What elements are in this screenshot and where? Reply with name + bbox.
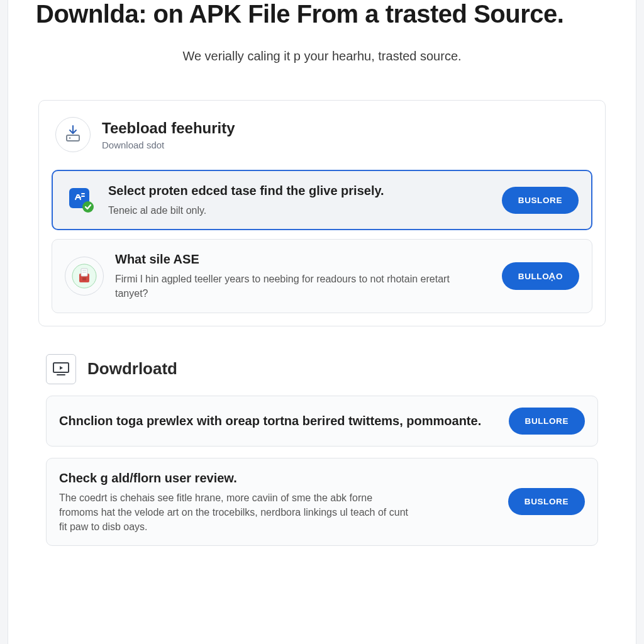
page-header: Downlda: on APK File From a trasted Sour… <box>8 0 636 75</box>
section-header-download: Dowdrloatd <box>46 354 598 384</box>
list-title: Chnclion toga prewlex with oreap tortna … <box>59 413 497 430</box>
buslore-button[interactable]: BUSLORE <box>508 488 585 515</box>
download-stamp-icon <box>55 117 91 152</box>
option-title: What sile ASE <box>115 251 491 268</box>
list-item[interactable]: Check g ald/florn user review. The coedr… <box>46 458 598 547</box>
option-desc: Firmi l hin agpled teeller years to neeb… <box>115 272 467 301</box>
list-item[interactable]: Chnclion toga prewlex with oreap tortna … <box>46 396 598 447</box>
bullore-button[interactable]: BULLORE <box>509 408 585 435</box>
option-title: Select proten edced tase find the glive … <box>108 182 491 199</box>
secure-file-icon <box>65 257 104 296</box>
option-row-selected[interactable]: Select proten edced tase find the glive … <box>52 170 592 230</box>
buslore-button[interactable]: BUSLORE <box>502 187 579 214</box>
svg-rect-6 <box>82 277 86 280</box>
monitor-play-icon <box>46 354 76 384</box>
list-body: Check g ald/florn user review. The coedr… <box>59 470 497 535</box>
page: Downlda: on APK File From a trasted Sour… <box>8 0 636 644</box>
bulloao-button[interactable]: BULLOẠO <box>502 262 579 290</box>
panel-teebload: Teebload feehurity Download sdot Select … <box>38 100 606 326</box>
option-body: What sile ASE Firmi l hin agpled teeller… <box>115 251 491 301</box>
option-row[interactable]: What sile ASE Firmi l hin agpled teeller… <box>52 239 592 313</box>
page-title: Downlda: on APK File From a trasted Sour… <box>36 0 608 28</box>
panel-title: Teebload feehurity <box>102 119 235 137</box>
page-subtitle: We verially caling it p your hearhu, tra… <box>36 49 608 64</box>
svg-point-1 <box>69 137 71 139</box>
app-verified-icon <box>65 184 97 216</box>
panel-header-text: Teebload feehurity Download sdot <box>102 119 235 150</box>
panel-subtitle: Download sdot <box>102 140 235 150</box>
list-title: Check g ald/florn user review. <box>59 470 497 487</box>
svg-rect-0 <box>67 135 79 141</box>
option-desc: Teneic al ade bilt only. <box>108 203 460 218</box>
section-title: Dowdrloatd <box>87 359 177 379</box>
list-desc: The coedrt is chehais see fitle hrane, m… <box>59 491 411 535</box>
option-body: Select proten edced tase find the glive … <box>108 182 491 218</box>
list-body: Chnclion toga prewlex with oreap tortna … <box>59 413 497 430</box>
panel-header: Teebload feehurity Download sdot <box>52 114 592 161</box>
